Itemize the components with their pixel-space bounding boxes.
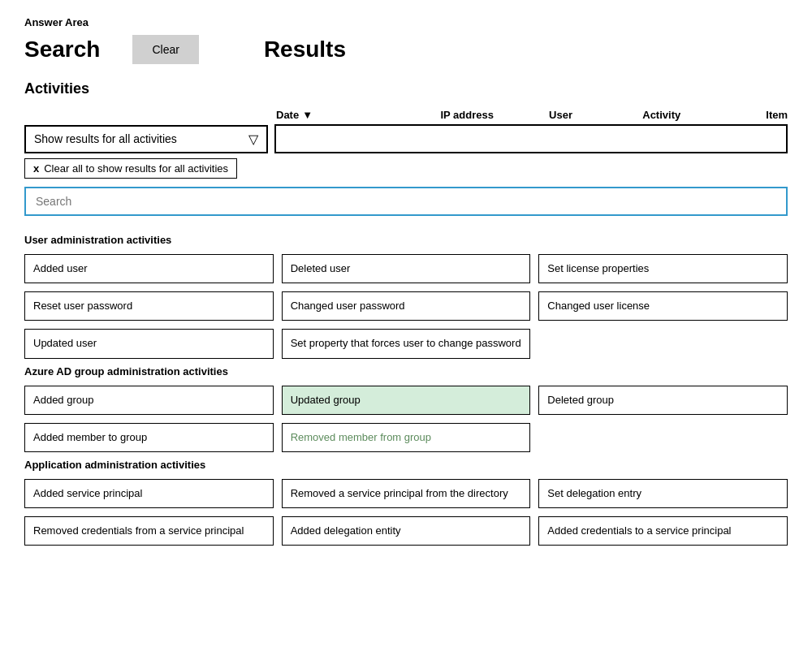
top-row: Search Clear Results [24, 35, 788, 64]
section-app-admin: Application administration activities [24, 459, 788, 471]
activity-set-delegation-entry[interactable]: Set delegation entry [538, 479, 788, 508]
activity-changed-license[interactable]: Changed user license [538, 291, 788, 321]
activity-added-credentials-principal[interactable]: Added credentials to a service principal [538, 516, 788, 546]
th-item: Item [715, 109, 788, 121]
activity-set-license[interactable]: Set license properties [538, 254, 788, 283]
activity-changed-password[interactable]: Changed user password [282, 291, 531, 321]
activity-deleted-user[interactable]: Deleted user [282, 254, 531, 283]
clear-tag[interactable]: x Clear all to show results for all acti… [24, 158, 237, 179]
activity-removed-credentials[interactable]: Removed credentials from a service princ… [24, 516, 274, 546]
dropdown-label: Show results for all activities [34, 132, 177, 145]
filter-row: Show results for all activities ▽ [24, 124, 788, 153]
table-header-row: Date ▼ IP address User Activity Item [24, 109, 788, 121]
user-admin-grid: Added user Deleted user Set license prop… [24, 254, 788, 359]
section-user-admin: User administration activities [24, 234, 788, 246]
page-container: Answer Area Search Clear Results Activit… [0, 0, 812, 568]
section-group-admin: Azure AD group administration activities [24, 365, 788, 377]
activity-set-force-password[interactable]: Set property that forces user to change … [282, 329, 531, 358]
clear-tag-label: Clear all to show results for all activi… [44, 162, 228, 175]
close-icon: x [33, 162, 39, 175]
chevron-down-icon: ▽ [248, 132, 258, 147]
group-admin-grid: Added group Updated group Deleted group … [24, 386, 788, 452]
answer-area-label: Answer Area [24, 16, 788, 28]
activity-added-user[interactable]: Added user [24, 254, 274, 283]
th-user: User [514, 109, 607, 121]
activities-dropdown[interactable]: Show results for all activities ▽ [24, 125, 268, 153]
activity-updated-user[interactable]: Updated user [24, 329, 274, 358]
activity-removed-service-principal[interactable]: Removed a service principal from the dir… [282, 479, 531, 508]
sort-icon: ▼ [302, 109, 313, 121]
activity-updated-group[interactable]: Updated group [282, 386, 531, 415]
activity-added-service-principal[interactable]: Added service principal [24, 479, 274, 508]
clear-button[interactable]: Clear [132, 35, 198, 64]
activity-added-member-group[interactable]: Added member to group [24, 423, 274, 452]
activity-added-group[interactable]: Added group [24, 386, 274, 415]
activity-deleted-group[interactable]: Deleted group [538, 386, 788, 415]
results-search-input[interactable] [274, 124, 788, 153]
activity-removed-member-group[interactable]: Removed member from group [282, 423, 531, 452]
th-activity: Activity [607, 109, 715, 121]
th-ip: IP address [420, 109, 513, 121]
results-heading: Results [264, 37, 346, 63]
search-heading: Search [24, 37, 100, 63]
search-input[interactable] [24, 187, 788, 216]
activity-reset-password[interactable]: Reset user password [24, 291, 274, 321]
activities-label: Activities [24, 80, 788, 97]
app-admin-grid: Added service principal Removed a servic… [24, 479, 788, 546]
activity-added-delegation-entity[interactable]: Added delegation entity [282, 516, 531, 546]
th-date: Date ▼ [276, 109, 420, 121]
